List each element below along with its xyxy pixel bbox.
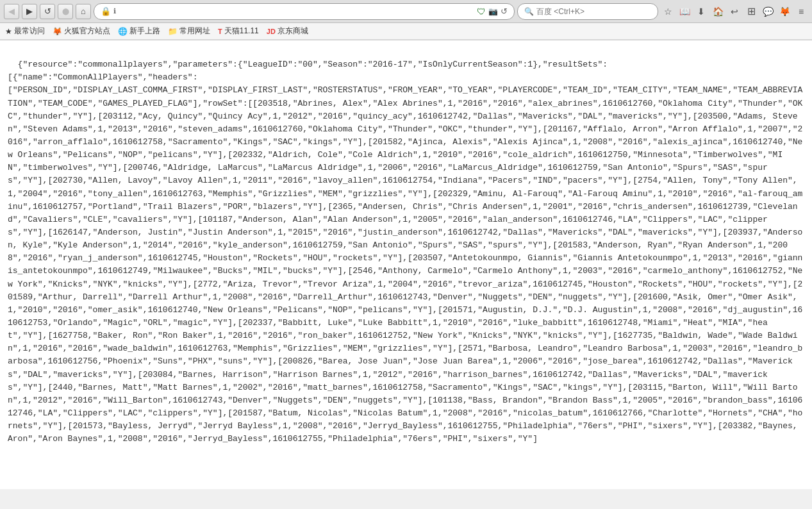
search-icon: 🔍 (524, 7, 534, 16)
jd-label: 京东商城 (278, 26, 308, 37)
bookmark-most-visited[interactable]: ★ 最常访问 (5, 26, 45, 37)
share-icon[interactable]: ⊞ (744, 4, 758, 19)
tianmao-label: 天猫11.11 (224, 26, 259, 37)
most-visited-icon: ★ (5, 27, 12, 36)
bookmark-tianmao[interactable]: T 天猫11.11 (218, 26, 259, 37)
url-input[interactable]: stats.nba.com/stats/commonallplayers?IsO… (119, 7, 474, 16)
screenshot-icon: 📷 (488, 7, 498, 16)
page-content: {"resource":"commonallplayers","paramete… (0, 40, 812, 489)
star-icon[interactable]: ☆ (661, 4, 675, 19)
search-input[interactable] (536, 7, 651, 16)
search-bar[interactable]: 🔍 (517, 3, 658, 20)
toolbar-icons: ☆ 📖 ⬇ 🏠 ↩ ⊞ 💬 🦊 ≡ (661, 4, 808, 19)
download-icon[interactable]: ⬇ (694, 4, 708, 19)
home-nav-icon[interactable]: 🏠 (711, 4, 725, 19)
firefox-icon: 🦊 (53, 27, 62, 36)
reload-button[interactable]: ↺ (40, 4, 55, 19)
folder-icon: 📁 (168, 27, 178, 36)
back-button[interactable]: ◀ (4, 4, 19, 19)
jd-icon: JD (267, 28, 276, 35)
home-button[interactable]: ⌂ (76, 4, 91, 19)
browser-chrome: ◀ ▶ ↺ ⬤ ⌂ 🔒 ℹ stats.nba.com/stats/common… (0, 0, 812, 40)
stop-button[interactable]: ⬤ (58, 4, 73, 19)
bookmark-newhand[interactable]: 🌐 新手上路 (118, 26, 160, 37)
bookmark-firefox-official[interactable]: 🦊 火狐官方站点 (53, 26, 110, 37)
bookmark-jd[interactable]: JD 京东商城 (267, 26, 308, 37)
newhand-label: 新手上路 (129, 26, 160, 37)
refresh-icon[interactable]: ↺ (501, 6, 508, 16)
newhand-icon: 🌐 (118, 27, 128, 36)
undo-icon[interactable]: ↩ (727, 4, 742, 19)
more-icon[interactable]: ≡ (794, 4, 808, 19)
chat-icon[interactable]: 💬 (761, 4, 775, 19)
browser-toolbar: ◀ ▶ ↺ ⬤ ⌂ 🔒 ℹ stats.nba.com/stats/common… (0, 0, 812, 23)
lock-icon: 🔒 (101, 6, 111, 16)
json-content: {"resource":"commonallplayers","paramete… (8, 60, 802, 444)
bookmarks-bar: ★ 最常访问 🦊 火狐官方站点 🌐 新手上路 📁 常用网址 T 天猫11.11 … (0, 23, 812, 40)
firefox-label: 火狐官方站点 (64, 26, 110, 37)
address-bar[interactable]: 🔒 ℹ stats.nba.com/stats/commonallplayers… (94, 3, 515, 20)
extension-icon[interactable]: 🦊 (777, 4, 791, 19)
bookmark-common-sites[interactable]: 📁 常用网址 (168, 26, 210, 37)
tianmao-icon: T (218, 28, 222, 35)
address-icon: ℹ (113, 7, 116, 15)
bookmark-icon[interactable]: 📖 (677, 4, 692, 19)
most-visited-label: 最常访问 (14, 26, 45, 37)
shield-icon: 🛡 (477, 6, 486, 17)
common-sites-label: 常用网址 (179, 26, 210, 37)
forward-button[interactable]: ▶ (22, 4, 37, 19)
